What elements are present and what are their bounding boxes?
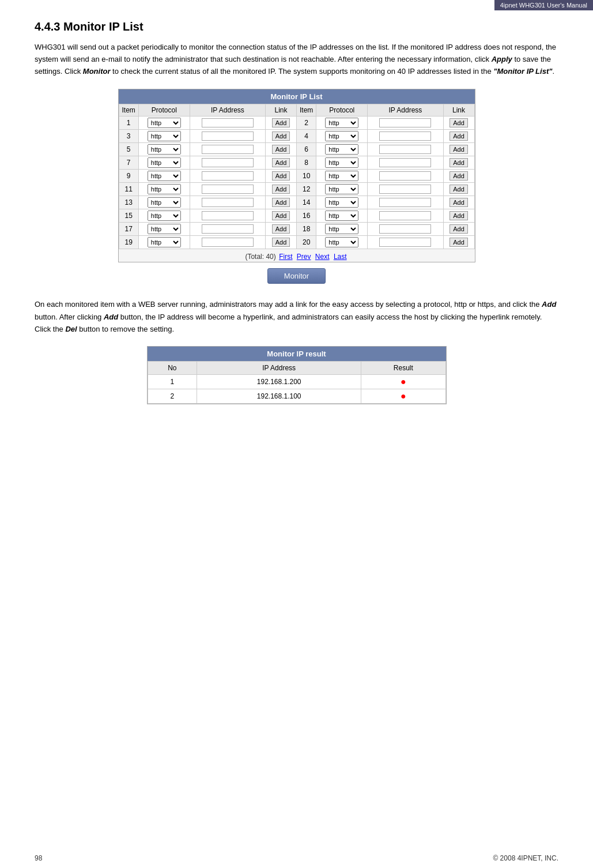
pagination-last[interactable]: Last: [334, 253, 347, 261]
add-button[interactable]: Add: [272, 198, 290, 207]
ip-address-cell[interactable]: [368, 196, 443, 209]
protocol-cell[interactable]: httphttps: [316, 143, 368, 156]
link-cell[interactable]: Add: [266, 236, 297, 249]
protocol-select[interactable]: httphttps: [148, 184, 181, 194]
ip-address-input[interactable]: [202, 211, 254, 220]
ip-address-cell[interactable]: [190, 156, 265, 170]
ip-address-input[interactable]: [379, 118, 431, 127]
ip-address-cell[interactable]: [368, 209, 443, 223]
protocol-cell[interactable]: httphttps: [316, 209, 368, 223]
protocol-select[interactable]: httphttps: [148, 197, 181, 208]
protocol-select[interactable]: httphttps: [325, 197, 358, 208]
ip-address-input[interactable]: [202, 238, 254, 247]
link-cell[interactable]: Add: [266, 196, 297, 209]
pagination-next[interactable]: Next: [315, 253, 330, 261]
ip-address-input[interactable]: [202, 185, 254, 194]
ip-address-input[interactable]: [379, 211, 431, 220]
ip-address-input[interactable]: [379, 238, 431, 247]
ip-address-cell[interactable]: [368, 223, 443, 236]
ip-address-cell[interactable]: [190, 236, 265, 249]
protocol-cell[interactable]: httphttps: [138, 223, 190, 236]
add-button[interactable]: Add: [450, 238, 468, 247]
monitor-button[interactable]: Monitor: [267, 268, 326, 284]
link-cell[interactable]: Add: [443, 196, 474, 209]
ip-address-cell[interactable]: [368, 236, 443, 249]
protocol-cell[interactable]: httphttps: [316, 236, 368, 249]
pagination-first[interactable]: First: [279, 253, 292, 261]
ip-address-cell[interactable]: [190, 183, 265, 196]
ip-address-input[interactable]: [202, 145, 254, 154]
protocol-cell[interactable]: httphttps: [138, 183, 190, 196]
protocol-cell[interactable]: httphttps: [138, 236, 190, 249]
ip-address-input[interactable]: [379, 131, 431, 141]
add-button[interactable]: Add: [272, 131, 290, 141]
add-button[interactable]: Add: [272, 145, 290, 154]
add-button[interactable]: Add: [450, 171, 468, 181]
add-button[interactable]: Add: [450, 224, 468, 234]
add-button[interactable]: Add: [450, 118, 468, 127]
protocol-select[interactable]: httphttps: [148, 224, 181, 234]
link-cell[interactable]: Add: [443, 209, 474, 223]
protocol-select[interactable]: httphttps: [148, 131, 181, 141]
protocol-cell[interactable]: httphttps: [138, 170, 190, 183]
link-cell[interactable]: Add: [266, 130, 297, 143]
link-cell[interactable]: Add: [443, 143, 474, 156]
link-cell[interactable]: Add: [443, 236, 474, 249]
protocol-select[interactable]: httphttps: [325, 171, 358, 181]
pagination-prev[interactable]: Prev: [297, 253, 311, 261]
add-button[interactable]: Add: [272, 238, 290, 247]
add-button[interactable]: Add: [272, 171, 290, 181]
ip-address-cell[interactable]: [368, 183, 443, 196]
add-button[interactable]: Add: [450, 131, 468, 141]
ip-address-cell[interactable]: [190, 117, 265, 130]
protocol-select[interactable]: httphttps: [325, 118, 358, 128]
ip-address-input[interactable]: [202, 118, 254, 127]
ip-address-input[interactable]: [379, 185, 431, 194]
add-button[interactable]: Add: [272, 185, 290, 194]
protocol-select[interactable]: httphttps: [148, 211, 181, 221]
protocol-select[interactable]: httphttps: [325, 144, 358, 155]
protocol-cell[interactable]: httphttps: [316, 223, 368, 236]
ip-address-input[interactable]: [202, 198, 254, 207]
ip-address-cell[interactable]: [368, 170, 443, 183]
protocol-select[interactable]: httphttps: [148, 144, 181, 155]
ip-address-input[interactable]: [202, 171, 254, 181]
protocol-cell[interactable]: httphttps: [138, 130, 190, 143]
link-cell[interactable]: Add: [266, 183, 297, 196]
add-button[interactable]: Add: [450, 198, 468, 207]
link-cell[interactable]: Add: [443, 183, 474, 196]
ip-address-input[interactable]: [202, 158, 254, 167]
ip-address-cell[interactable]: [368, 117, 443, 130]
link-cell[interactable]: Add: [443, 130, 474, 143]
link-cell[interactable]: Add: [266, 143, 297, 156]
protocol-select[interactable]: httphttps: [148, 237, 181, 247]
protocol-select[interactable]: httphttps: [325, 157, 358, 168]
protocol-select[interactable]: httphttps: [148, 118, 181, 128]
ip-address-cell[interactable]: [190, 143, 265, 156]
protocol-cell[interactable]: httphttps: [316, 196, 368, 209]
ip-address-input[interactable]: [379, 224, 431, 234]
add-button[interactable]: Add: [272, 158, 290, 167]
protocol-cell[interactable]: httphttps: [138, 196, 190, 209]
protocol-cell[interactable]: httphttps: [316, 170, 368, 183]
protocol-select[interactable]: httphttps: [325, 237, 358, 247]
link-cell[interactable]: Add: [266, 223, 297, 236]
ip-address-input[interactable]: [379, 198, 431, 207]
ip-address-cell[interactable]: [190, 130, 265, 143]
ip-address-input[interactable]: [379, 158, 431, 167]
protocol-cell[interactable]: httphttps: [316, 130, 368, 143]
add-button[interactable]: Add: [450, 211, 468, 220]
ip-address-input[interactable]: [379, 171, 431, 181]
ip-address-cell[interactable]: [190, 170, 265, 183]
protocol-select[interactable]: httphttps: [148, 157, 181, 168]
link-cell[interactable]: Add: [266, 117, 297, 130]
link-cell[interactable]: Add: [266, 156, 297, 170]
protocol-cell[interactable]: httphttps: [316, 117, 368, 130]
link-cell[interactable]: Add: [266, 170, 297, 183]
ip-address-input[interactable]: [379, 145, 431, 154]
ip-address-cell[interactable]: [190, 223, 265, 236]
protocol-select[interactable]: httphttps: [325, 211, 358, 221]
add-button[interactable]: Add: [272, 211, 290, 220]
link-cell[interactable]: Add: [443, 117, 474, 130]
protocol-select[interactable]: httphttps: [325, 224, 358, 234]
